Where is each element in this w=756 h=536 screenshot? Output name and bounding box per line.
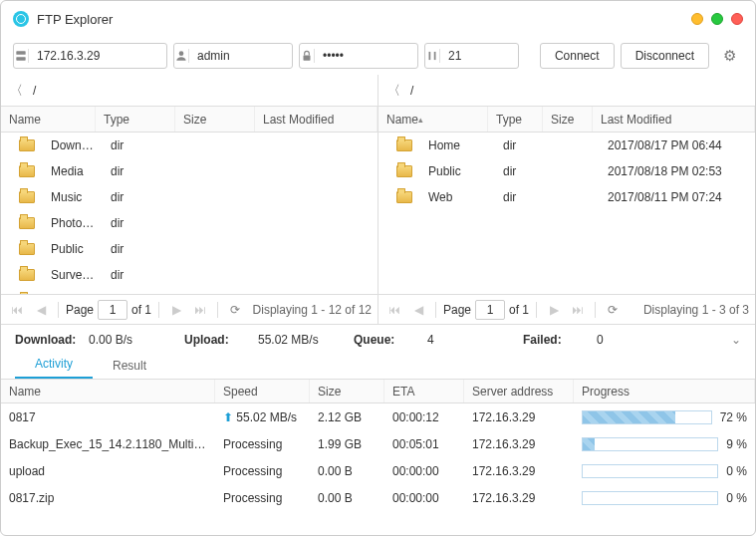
file-type: dir bbox=[103, 190, 182, 204]
progress-bar bbox=[582, 410, 712, 424]
col-size[interactable]: Size bbox=[310, 380, 384, 402]
file-type: dir bbox=[103, 164, 182, 178]
remote-back-button[interactable]: 〈 bbox=[386, 82, 400, 100]
file-name: Home bbox=[420, 138, 495, 152]
folder-icon bbox=[396, 191, 412, 203]
file-row[interactable]: Surveillance dir bbox=[1, 262, 378, 288]
file-type: dir bbox=[103, 242, 182, 256]
titlebar: FTP Explorer bbox=[1, 1, 755, 37]
remote-file-list: Home dir 2017/08/17 PM 06:44 Public dir … bbox=[378, 133, 755, 294]
file-type: dir bbox=[103, 216, 182, 230]
pager-page-label: Page bbox=[443, 303, 471, 317]
transfer-row[interactable]: 0817 ⬆ 55.02 MB/s 2.12 GB 00:00:12 172.1… bbox=[1, 403, 755, 430]
host-field[interactable] bbox=[13, 43, 167, 69]
connect-button[interactable]: Connect bbox=[540, 43, 615, 69]
pager-page-input[interactable] bbox=[475, 300, 505, 320]
tab-activity[interactable]: Activity bbox=[15, 351, 93, 379]
progress-pct: 0 % bbox=[726, 491, 747, 505]
col-name[interactable]: Name bbox=[1, 107, 96, 132]
transfer-server: 172.16.3.29 bbox=[464, 464, 574, 478]
svg-rect-5 bbox=[434, 52, 436, 60]
transfer-progress: 72 % bbox=[574, 410, 755, 424]
app-icon bbox=[13, 11, 29, 27]
disconnect-button[interactable]: Disconnect bbox=[621, 43, 709, 69]
transfer-row[interactable]: upload Processing 0.00 B 00:00:00 172.16… bbox=[1, 457, 755, 484]
maximize-button[interactable] bbox=[711, 13, 723, 25]
refresh-icon[interactable]: ⟳ bbox=[603, 300, 623, 320]
pager-next-icon[interactable]: ▶ bbox=[166, 300, 186, 320]
pager-prev-icon[interactable]: ◀ bbox=[31, 300, 51, 320]
local-back-button[interactable]: 〈 bbox=[9, 82, 23, 100]
col-server[interactable]: Server address bbox=[464, 380, 574, 402]
pager-last-icon[interactable]: ⏭ bbox=[568, 300, 588, 320]
local-columns: Name Type Size Last Modified bbox=[1, 107, 378, 133]
transfer-eta: 00:00:00 bbox=[384, 464, 464, 478]
transfer-size: 0.00 B bbox=[310, 491, 384, 505]
minimize-button[interactable] bbox=[691, 13, 703, 25]
tab-result[interactable]: Result bbox=[93, 353, 166, 379]
progress-pct: 72 % bbox=[720, 410, 747, 424]
queue-value: 4 bbox=[427, 333, 517, 347]
settings-button[interactable]: ⚙ bbox=[715, 47, 743, 65]
col-speed[interactable]: Speed bbox=[215, 380, 310, 402]
svg-rect-3 bbox=[304, 55, 311, 60]
file-panes: 〈 / Name Type Size Last Modified Downloa… bbox=[1, 75, 755, 324]
password-field[interactable] bbox=[299, 43, 418, 69]
progress-bar bbox=[582, 437, 718, 451]
col-name[interactable]: Name bbox=[1, 380, 215, 402]
file-row[interactable]: Home dir 2017/08/17 PM 06:44 bbox=[378, 133, 755, 158]
transfer-tabs: Activity Result bbox=[1, 354, 755, 380]
transfer-size: 2.12 GB bbox=[310, 410, 384, 424]
col-size[interactable]: Size bbox=[175, 107, 255, 132]
transfer-name: 0817.zip bbox=[1, 491, 215, 505]
pager-page-input[interactable] bbox=[98, 300, 127, 320]
file-row[interactable]: Public dir bbox=[1, 236, 378, 262]
file-name: Public bbox=[420, 164, 495, 178]
transfer-row[interactable]: 0817.zip Processing 0.00 B 00:00:00 172.… bbox=[1, 484, 755, 511]
col-modified[interactable]: Last Modified bbox=[593, 107, 755, 132]
pager-of: of 1 bbox=[509, 303, 529, 317]
file-row[interactable]: Web dir 2017/08/11 PM 07:24 bbox=[378, 184, 755, 210]
connection-toolbar: Connect Disconnect ⚙ bbox=[1, 37, 755, 75]
pager-page-label: Page bbox=[66, 303, 94, 317]
file-row[interactable]: PhotoGalle… dir bbox=[1, 210, 378, 236]
local-pager: ⏮ ◀ Page of 1 ▶ ⏭ ⟳ Displaying 1 - 12 of… bbox=[1, 294, 378, 324]
transfer-list: 0817 ⬆ 55.02 MB/s 2.12 GB 00:00:12 172.1… bbox=[1, 403, 755, 511]
file-row[interactable]: Media dir bbox=[1, 158, 378, 184]
transfer-speed: Processing bbox=[215, 491, 310, 505]
host-input[interactable] bbox=[29, 44, 194, 68]
port-field[interactable] bbox=[424, 43, 519, 69]
file-name: Music bbox=[43, 190, 103, 204]
pager-prev-icon[interactable]: ◀ bbox=[408, 300, 428, 320]
remote-pager: ⏮ ◀ Page of 1 ▶ ⏭ ⟳ Displaying 1 - 3 of … bbox=[378, 294, 755, 324]
file-row[interactable]: Public dir 2017/08/18 PM 02:53 bbox=[378, 158, 755, 184]
local-file-list: Download dir Media dir Music dir PhotoGa… bbox=[1, 133, 378, 294]
folder-icon bbox=[19, 191, 35, 203]
lock-icon bbox=[300, 49, 315, 63]
col-eta[interactable]: ETA bbox=[384, 380, 464, 402]
col-type[interactable]: Type bbox=[96, 107, 175, 132]
user-field[interactable] bbox=[173, 43, 293, 69]
col-modified[interactable]: Last Modified bbox=[255, 107, 378, 132]
close-button[interactable] bbox=[731, 13, 743, 25]
col-name[interactable]: Name bbox=[378, 107, 488, 132]
col-type[interactable]: Type bbox=[488, 107, 543, 132]
stats-bar: Download: 0.00 B/s Upload: 55.02 MB/s Qu… bbox=[1, 324, 755, 354]
file-type: dir bbox=[103, 138, 182, 152]
file-row[interactable]: Download dir bbox=[1, 133, 378, 158]
file-type: dir bbox=[495, 138, 550, 152]
pager-last-icon[interactable]: ⏭ bbox=[190, 300, 210, 320]
pager-next-icon[interactable]: ▶ bbox=[544, 300, 564, 320]
pager-first-icon[interactable]: ⏮ bbox=[384, 300, 404, 320]
col-size[interactable]: Size bbox=[543, 107, 593, 132]
transfer-row[interactable]: Backup_Exec_15_14.2.1180_MultiPlatf… Pro… bbox=[1, 430, 755, 457]
local-pathbar: 〈 / bbox=[1, 75, 378, 107]
col-progress[interactable]: Progress bbox=[574, 380, 755, 402]
refresh-icon[interactable]: ⟳ bbox=[225, 300, 245, 320]
collapse-icon[interactable]: ⌄ bbox=[731, 333, 741, 347]
file-row[interactable]: Music dir bbox=[1, 184, 378, 210]
pager-first-icon[interactable]: ⏮ bbox=[7, 300, 27, 320]
app-title: FTP Explorer bbox=[37, 12, 113, 27]
transfer-server: 172.16.3.29 bbox=[464, 410, 574, 424]
file-name: Surveillance bbox=[43, 268, 103, 282]
